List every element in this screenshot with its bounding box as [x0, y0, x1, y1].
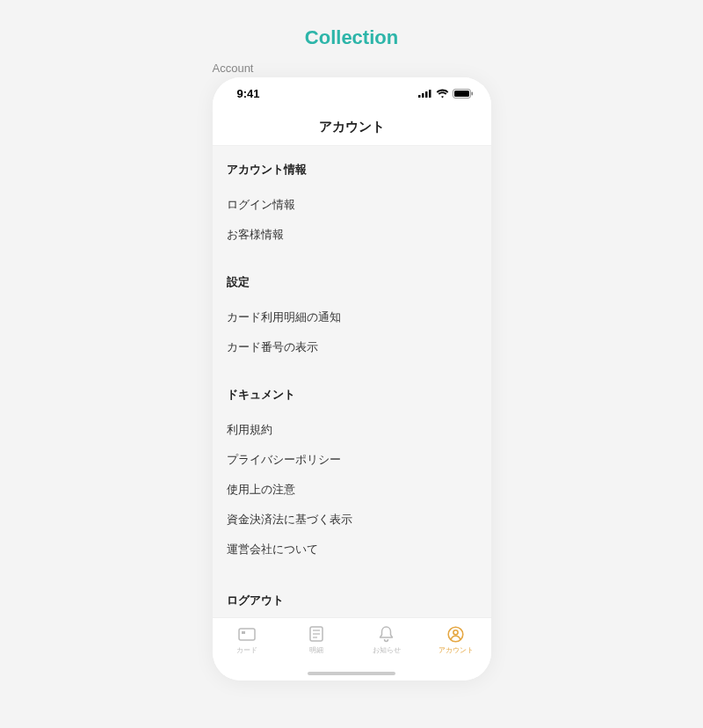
page-collection-title: Collection — [305, 26, 398, 49]
logout-button[interactable]: ログアウト — [227, 589, 477, 612]
tab-card[interactable]: カード — [222, 625, 272, 655]
list-icon — [307, 625, 326, 643]
nav-title: アカウント — [319, 119, 385, 135]
status-bar: 9:41 — [213, 77, 491, 109]
svg-rect-8 — [242, 631, 245, 634]
item-terms[interactable]: 利用規約 — [227, 415, 477, 445]
page-subtitle: Account — [213, 62, 254, 75]
card-icon — [237, 625, 257, 643]
phone-frame: 9:41 アカウント アカウント情報 ログイン情報 お客様情報 設定 カード利用… — [213, 77, 491, 681]
item-customer-info[interactable]: お客様情報 — [227, 220, 477, 250]
svg-rect-3 — [429, 90, 431, 98]
signal-icon — [418, 89, 432, 98]
tab-details[interactable]: 明細 — [292, 625, 341, 655]
user-icon — [446, 625, 466, 643]
svg-rect-7 — [239, 629, 255, 640]
item-usage-caution[interactable]: 使用上の注意 — [227, 475, 477, 505]
item-payment-law[interactable]: 資金決済法に基づく表示 — [227, 505, 477, 535]
tab-label: アカウント — [438, 645, 474, 655]
section-settings: 設定 カード利用明細の通知 カード番号の表示 — [227, 274, 477, 362]
section-title: 設定 — [227, 274, 477, 290]
status-time: 9:41 — [237, 87, 260, 100]
svg-rect-1 — [422, 93, 424, 98]
item-login-info[interactable]: ログイン情報 — [227, 190, 477, 220]
svg-point-14 — [453, 630, 458, 634]
tab-account[interactable]: アカウント — [431, 625, 481, 655]
content-area[interactable]: アカウント情報 ログイン情報 お客様情報 設定 カード利用明細の通知 カード番号… — [213, 146, 491, 617]
bell-icon — [377, 625, 396, 643]
tab-label: カード — [236, 645, 257, 655]
battery-icon — [453, 89, 474, 98]
svg-rect-2 — [425, 91, 428, 98]
item-usage-notice[interactable]: カード利用明細の通知 — [227, 302, 477, 332]
item-privacy[interactable]: プライバシーポリシー — [227, 445, 477, 475]
section-title: アカウント情報 — [227, 162, 477, 178]
nav-header: アカウント — [213, 109, 491, 146]
item-company[interactable]: 運営会社について — [227, 535, 477, 564]
tab-label: お知らせ — [373, 645, 401, 655]
wifi-icon — [436, 89, 449, 98]
svg-rect-6 — [471, 91, 473, 95]
section-documents: ドキュメント 利用規約 プライバシーポリシー 使用上の注意 資金決済法に基づく表… — [227, 387, 477, 564]
svg-rect-0 — [418, 95, 421, 98]
tab-notices[interactable]: お知らせ — [362, 625, 411, 655]
section-account-info: アカウント情報 ログイン情報 お客様情報 — [227, 162, 477, 250]
home-indicator[interactable] — [308, 672, 395, 675]
item-card-number-display[interactable]: カード番号の表示 — [227, 332, 477, 362]
status-indicators — [418, 89, 474, 98]
section-title: ドキュメント — [227, 387, 477, 403]
svg-rect-5 — [454, 91, 469, 97]
tab-bar: カード 明細 お知らせ アカウント — [213, 617, 491, 681]
tab-label: 明細 — [309, 645, 323, 655]
